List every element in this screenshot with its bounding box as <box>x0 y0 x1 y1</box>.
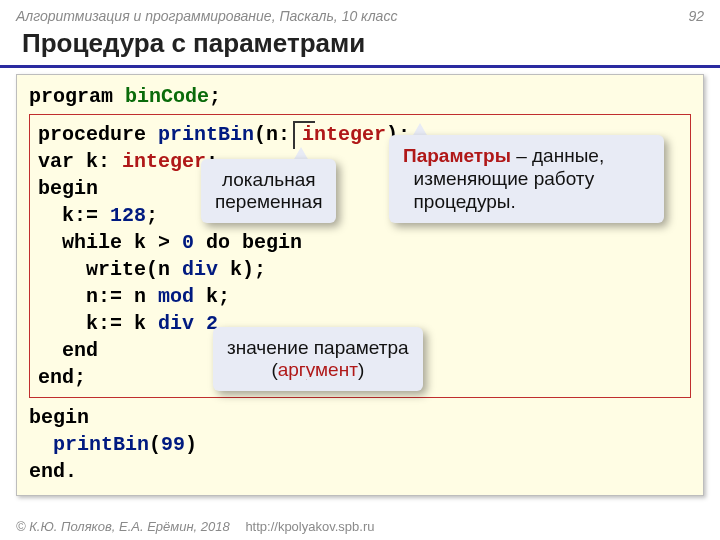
callout-pointer <box>305 377 321 391</box>
page-number: 92 <box>688 8 704 24</box>
footer-authors: © К.Ю. Поляков, Е.А. Ерёмин, 2018 <box>16 519 230 534</box>
code-line: end. <box>29 458 691 485</box>
code-line: begin <box>29 404 691 431</box>
footer-link[interactable]: http://kpolyakov.spb.ru <box>245 519 374 534</box>
callout-parameters: Параметры – данные, изменяющие работу пр… <box>389 135 664 223</box>
code-line: printBin(99) <box>29 431 691 458</box>
code-line: write(n div k); <box>38 256 682 283</box>
footer: © К.Ю. Поляков, Е.А. Ерёмин, 2018 http:/… <box>16 519 374 534</box>
code-line: program binCode; <box>29 83 691 110</box>
code-line: n:= n mod k; <box>38 283 682 310</box>
connector-line <box>293 121 315 123</box>
code-line: while k > 0 do begin <box>38 229 682 256</box>
page-title: Процедура с параметрами <box>0 24 720 63</box>
header-bar: Алгоритмизация и программирование, Паска… <box>0 0 720 24</box>
connector-line <box>293 121 295 149</box>
title-underline <box>0 65 720 68</box>
callout-local-variable: локальная переменная <box>201 159 336 223</box>
course-label: Алгоритмизация и программирование, Паска… <box>16 8 397 24</box>
code-block: program binCode; procedure printBin(n: i… <box>16 74 704 496</box>
procedure-box: procedure printBin(n: integer); var k: i… <box>29 114 691 398</box>
